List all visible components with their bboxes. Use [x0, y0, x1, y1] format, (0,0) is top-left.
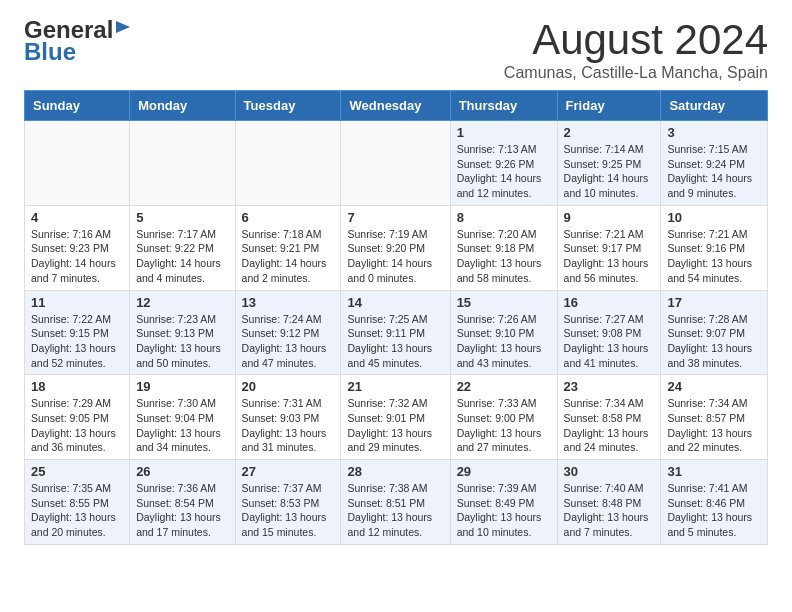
header: General Blue August 2024 Camunas, Castil…	[0, 0, 792, 90]
calendar-day-header: Wednesday	[341, 91, 450, 121]
day-number: 31	[667, 464, 761, 479]
calendar-cell	[235, 121, 341, 206]
day-number: 24	[667, 379, 761, 394]
calendar-day-header: Saturday	[661, 91, 768, 121]
calendar-cell: 10Sunrise: 7:21 AM Sunset: 9:16 PM Dayli…	[661, 205, 768, 290]
calendar-cell: 31Sunrise: 7:41 AM Sunset: 8:46 PM Dayli…	[661, 460, 768, 545]
day-number: 22	[457, 379, 551, 394]
svg-marker-0	[116, 21, 130, 33]
day-info: Sunrise: 7:20 AM Sunset: 9:18 PM Dayligh…	[457, 227, 551, 286]
day-info: Sunrise: 7:14 AM Sunset: 9:25 PM Dayligh…	[564, 142, 655, 201]
day-number: 17	[667, 295, 761, 310]
day-number: 29	[457, 464, 551, 479]
day-number: 26	[136, 464, 228, 479]
day-info: Sunrise: 7:23 AM Sunset: 9:13 PM Dayligh…	[136, 312, 228, 371]
calendar-day-header: Sunday	[25, 91, 130, 121]
calendar-cell: 30Sunrise: 7:40 AM Sunset: 8:48 PM Dayli…	[557, 460, 661, 545]
calendar-cell: 17Sunrise: 7:28 AM Sunset: 9:07 PM Dayli…	[661, 290, 768, 375]
day-number: 3	[667, 125, 761, 140]
calendar-cell: 21Sunrise: 7:32 AM Sunset: 9:01 PM Dayli…	[341, 375, 450, 460]
day-number: 21	[347, 379, 443, 394]
day-info: Sunrise: 7:13 AM Sunset: 9:26 PM Dayligh…	[457, 142, 551, 201]
day-info: Sunrise: 7:38 AM Sunset: 8:51 PM Dayligh…	[347, 481, 443, 540]
logo: General Blue	[24, 16, 132, 66]
day-number: 8	[457, 210, 551, 225]
day-number: 25	[31, 464, 123, 479]
calendar-cell	[130, 121, 235, 206]
calendar-day-header: Tuesday	[235, 91, 341, 121]
calendar-cell: 5Sunrise: 7:17 AM Sunset: 9:22 PM Daylig…	[130, 205, 235, 290]
day-info: Sunrise: 7:35 AM Sunset: 8:55 PM Dayligh…	[31, 481, 123, 540]
calendar-cell: 3Sunrise: 7:15 AM Sunset: 9:24 PM Daylig…	[661, 121, 768, 206]
day-info: Sunrise: 7:22 AM Sunset: 9:15 PM Dayligh…	[31, 312, 123, 371]
day-number: 28	[347, 464, 443, 479]
day-number: 12	[136, 295, 228, 310]
calendar-cell: 11Sunrise: 7:22 AM Sunset: 9:15 PM Dayli…	[25, 290, 130, 375]
day-info: Sunrise: 7:16 AM Sunset: 9:23 PM Dayligh…	[31, 227, 123, 286]
location: Camunas, Castille-La Mancha, Spain	[504, 64, 768, 82]
day-number: 15	[457, 295, 551, 310]
day-info: Sunrise: 7:21 AM Sunset: 9:17 PM Dayligh…	[564, 227, 655, 286]
day-info: Sunrise: 7:32 AM Sunset: 9:01 PM Dayligh…	[347, 396, 443, 455]
calendar-cell: 27Sunrise: 7:37 AM Sunset: 8:53 PM Dayli…	[235, 460, 341, 545]
calendar-week-row: 4Sunrise: 7:16 AM Sunset: 9:23 PM Daylig…	[25, 205, 768, 290]
day-info: Sunrise: 7:25 AM Sunset: 9:11 PM Dayligh…	[347, 312, 443, 371]
day-number: 11	[31, 295, 123, 310]
day-number: 9	[564, 210, 655, 225]
calendar-cell: 15Sunrise: 7:26 AM Sunset: 9:10 PM Dayli…	[450, 290, 557, 375]
day-info: Sunrise: 7:30 AM Sunset: 9:04 PM Dayligh…	[136, 396, 228, 455]
day-info: Sunrise: 7:24 AM Sunset: 9:12 PM Dayligh…	[242, 312, 335, 371]
calendar-cell: 16Sunrise: 7:27 AM Sunset: 9:08 PM Dayli…	[557, 290, 661, 375]
month-title: August 2024	[504, 16, 768, 64]
calendar-cell: 20Sunrise: 7:31 AM Sunset: 9:03 PM Dayli…	[235, 375, 341, 460]
day-number: 2	[564, 125, 655, 140]
calendar-cell: 28Sunrise: 7:38 AM Sunset: 8:51 PM Dayli…	[341, 460, 450, 545]
day-number: 16	[564, 295, 655, 310]
day-info: Sunrise: 7:36 AM Sunset: 8:54 PM Dayligh…	[136, 481, 228, 540]
day-number: 6	[242, 210, 335, 225]
day-number: 13	[242, 295, 335, 310]
day-info: Sunrise: 7:17 AM Sunset: 9:22 PM Dayligh…	[136, 227, 228, 286]
calendar-cell: 25Sunrise: 7:35 AM Sunset: 8:55 PM Dayli…	[25, 460, 130, 545]
calendar-day-header: Friday	[557, 91, 661, 121]
calendar-cell: 24Sunrise: 7:34 AM Sunset: 8:57 PM Dayli…	[661, 375, 768, 460]
calendar-cell: 23Sunrise: 7:34 AM Sunset: 8:58 PM Dayli…	[557, 375, 661, 460]
day-info: Sunrise: 7:21 AM Sunset: 9:16 PM Dayligh…	[667, 227, 761, 286]
logo-flag-icon	[114, 19, 132, 37]
day-info: Sunrise: 7:41 AM Sunset: 8:46 PM Dayligh…	[667, 481, 761, 540]
page-container: General Blue August 2024 Camunas, Castil…	[0, 0, 792, 557]
day-info: Sunrise: 7:29 AM Sunset: 9:05 PM Dayligh…	[31, 396, 123, 455]
day-info: Sunrise: 7:33 AM Sunset: 9:00 PM Dayligh…	[457, 396, 551, 455]
day-info: Sunrise: 7:40 AM Sunset: 8:48 PM Dayligh…	[564, 481, 655, 540]
day-info: Sunrise: 7:26 AM Sunset: 9:10 PM Dayligh…	[457, 312, 551, 371]
calendar-cell: 26Sunrise: 7:36 AM Sunset: 8:54 PM Dayli…	[130, 460, 235, 545]
day-number: 23	[564, 379, 655, 394]
day-number: 1	[457, 125, 551, 140]
calendar-cell: 6Sunrise: 7:18 AM Sunset: 9:21 PM Daylig…	[235, 205, 341, 290]
calendar-cell: 29Sunrise: 7:39 AM Sunset: 8:49 PM Dayli…	[450, 460, 557, 545]
day-info: Sunrise: 7:28 AM Sunset: 9:07 PM Dayligh…	[667, 312, 761, 371]
calendar-cell: 19Sunrise: 7:30 AM Sunset: 9:04 PM Dayli…	[130, 375, 235, 460]
day-info: Sunrise: 7:37 AM Sunset: 8:53 PM Dayligh…	[242, 481, 335, 540]
day-info: Sunrise: 7:18 AM Sunset: 9:21 PM Dayligh…	[242, 227, 335, 286]
day-info: Sunrise: 7:34 AM Sunset: 8:57 PM Dayligh…	[667, 396, 761, 455]
day-info: Sunrise: 7:34 AM Sunset: 8:58 PM Dayligh…	[564, 396, 655, 455]
day-info: Sunrise: 7:27 AM Sunset: 9:08 PM Dayligh…	[564, 312, 655, 371]
day-number: 14	[347, 295, 443, 310]
calendar-cell: 7Sunrise: 7:19 AM Sunset: 9:20 PM Daylig…	[341, 205, 450, 290]
calendar-cell: 22Sunrise: 7:33 AM Sunset: 9:00 PM Dayli…	[450, 375, 557, 460]
day-number: 10	[667, 210, 761, 225]
calendar-cell	[25, 121, 130, 206]
calendar-week-row: 11Sunrise: 7:22 AM Sunset: 9:15 PM Dayli…	[25, 290, 768, 375]
day-number: 4	[31, 210, 123, 225]
calendar-week-row: 25Sunrise: 7:35 AM Sunset: 8:55 PM Dayli…	[25, 460, 768, 545]
day-info: Sunrise: 7:19 AM Sunset: 9:20 PM Dayligh…	[347, 227, 443, 286]
calendar-cell: 14Sunrise: 7:25 AM Sunset: 9:11 PM Dayli…	[341, 290, 450, 375]
day-number: 7	[347, 210, 443, 225]
day-number: 20	[242, 379, 335, 394]
calendar-cell: 12Sunrise: 7:23 AM Sunset: 9:13 PM Dayli…	[130, 290, 235, 375]
calendar-cell: 1Sunrise: 7:13 AM Sunset: 9:26 PM Daylig…	[450, 121, 557, 206]
day-number: 18	[31, 379, 123, 394]
calendar-wrapper: SundayMondayTuesdayWednesdayThursdayFrid…	[0, 90, 792, 557]
calendar-cell	[341, 121, 450, 206]
